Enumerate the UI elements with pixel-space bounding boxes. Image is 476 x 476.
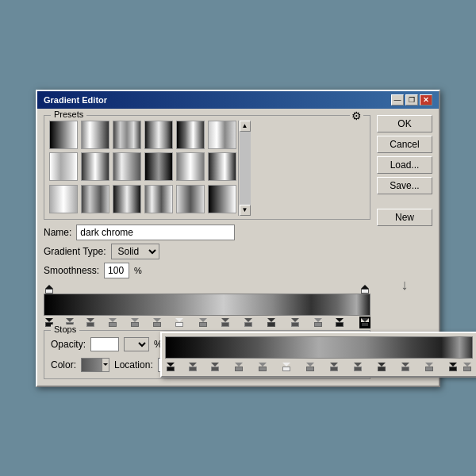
popup-stops-row (165, 360, 473, 373)
popup-stop-1[interactable] (189, 363, 197, 371)
color-stop-9[interactable] (244, 318, 252, 327)
minimize-button[interactable]: — (391, 94, 404, 106)
opacity-stops-row (44, 283, 370, 293)
color-stop-12[interactable] (314, 318, 322, 327)
popup-stop-13[interactable] (463, 363, 471, 371)
smoothness-label: Smoothness: (44, 265, 99, 276)
preset-swatch-11[interactable] (176, 152, 205, 181)
preset-swatch-18[interactable] (208, 185, 236, 213)
opacity-stop-left[interactable] (45, 285, 53, 294)
popup-stop-0[interactable] (167, 363, 175, 371)
popup-stop-6[interactable] (306, 363, 314, 371)
color-stop-7[interactable] (199, 318, 207, 327)
presets-label: Presets (51, 109, 86, 119)
color-stop-8[interactable] (221, 318, 229, 327)
preset-swatch-4[interactable] (144, 121, 173, 149)
color-stop-4[interactable] (131, 318, 139, 327)
cancel-button[interactable]: Cancel (377, 136, 432, 153)
gradient-editor-dialog: Gradient Editor — ❐ ✕ Presets ⚙ (36, 90, 440, 387)
preset-swatch-5[interactable] (176, 121, 205, 149)
preset-swatch-15[interactable] (113, 185, 141, 213)
popup-stop-4[interactable] (259, 363, 267, 371)
popup-stop-8[interactable] (354, 363, 362, 371)
stops-label: Stops (51, 324, 79, 334)
popup-stop-10[interactable] (401, 363, 409, 371)
preset-swatch-14[interactable] (81, 185, 109, 213)
title-bar-buttons: — ❐ ✕ (391, 94, 432, 106)
color-arrow-icon (103, 363, 108, 366)
color-stop-3[interactable] (109, 318, 117, 327)
gradient-type-label: Gradient Type: (44, 246, 106, 257)
preset-swatch-7[interactable] (49, 152, 78, 181)
color-stops-row (44, 316, 370, 328)
load-button[interactable]: Load... (377, 156, 432, 174)
opacity-input[interactable] (90, 337, 119, 351)
popup-stop-2[interactable] (211, 363, 219, 371)
save-button[interactable]: Save... (377, 177, 432, 194)
preset-swatch-13[interactable] (49, 185, 78, 213)
popup-stop-9[interactable] (378, 363, 386, 371)
color-stop-2[interactable] (86, 318, 94, 327)
preset-swatch-2[interactable] (81, 121, 109, 149)
smoothness-input[interactable] (104, 263, 129, 278)
color-stop-6[interactable] (175, 318, 183, 327)
dialog-title: Gradient Editor (44, 95, 107, 105)
preset-swatch-1[interactable] (49, 121, 78, 149)
gradient-type-row: Gradient Type: Solid Noise (44, 244, 370, 259)
scroll-up-button[interactable]: ▲ (240, 121, 251, 132)
presets-scroll-area: ▲ ▼ (49, 121, 365, 216)
popup-stop-3[interactable] (235, 363, 243, 371)
color-location-label: Location: (114, 359, 153, 370)
popup-stop-12[interactable] (449, 363, 457, 371)
preset-swatch-10[interactable] (144, 152, 173, 181)
title-bar: Gradient Editor — ❐ ✕ (37, 91, 439, 109)
preset-swatch-6[interactable] (208, 121, 236, 149)
opacity-dropdown[interactable] (124, 337, 149, 351)
scroll-down-arrow-icon: ↓ (377, 277, 432, 294)
scroll-track (240, 132, 251, 205)
preset-swatch-3[interactable] (113, 121, 141, 149)
color-stop-10[interactable] (267, 318, 275, 327)
new-button[interactable]: New (377, 209, 432, 226)
opacity-label: Opacity: (51, 339, 86, 350)
popup-stop-5[interactable] (282, 363, 290, 371)
color-stop-selected[interactable] (361, 318, 369, 327)
ok-button[interactable]: OK (377, 115, 432, 132)
gradient-bar-area (44, 283, 370, 328)
preset-swatch-12[interactable] (208, 152, 236, 181)
name-input[interactable] (76, 225, 235, 240)
popup-stop-7[interactable] (330, 363, 338, 371)
restore-button[interactable]: ❐ (405, 94, 418, 106)
name-row: Name: (44, 225, 370, 240)
presets-scrollbar[interactable]: ▲ ▼ (238, 121, 251, 216)
preset-swatch-9[interactable] (113, 152, 141, 181)
color-stop-11[interactable] (291, 318, 299, 327)
popup-stop-11[interactable] (425, 363, 433, 371)
close-button[interactable]: ✕ (420, 94, 432, 106)
gradient-type-select[interactable]: Solid Noise (111, 244, 159, 259)
presets-gear-icon[interactable]: ⚙ (350, 109, 363, 122)
preset-swatch-16[interactable] (144, 185, 173, 213)
gradient-bar[interactable] (44, 294, 370, 316)
scroll-down-button[interactable]: ▼ (240, 205, 251, 216)
smoothness-row: Smoothness: % (44, 263, 370, 278)
popup-gradient-bar (160, 332, 476, 378)
color-stop-13[interactable] (336, 318, 344, 327)
opacity-stop-right[interactable] (361, 285, 369, 294)
color-swatch[interactable] (81, 358, 109, 372)
color-stop-5[interactable] (153, 318, 161, 327)
presets-grid (49, 121, 238, 216)
smoothness-unit: % (134, 266, 142, 275)
popup-gradient-display (165, 336, 473, 359)
name-label: Name: (44, 227, 71, 238)
preset-swatch-8[interactable] (81, 152, 109, 181)
preset-swatch-17[interactable] (176, 185, 205, 213)
color-label: Color: (51, 359, 76, 370)
presets-group: Presets ⚙ (44, 115, 370, 220)
